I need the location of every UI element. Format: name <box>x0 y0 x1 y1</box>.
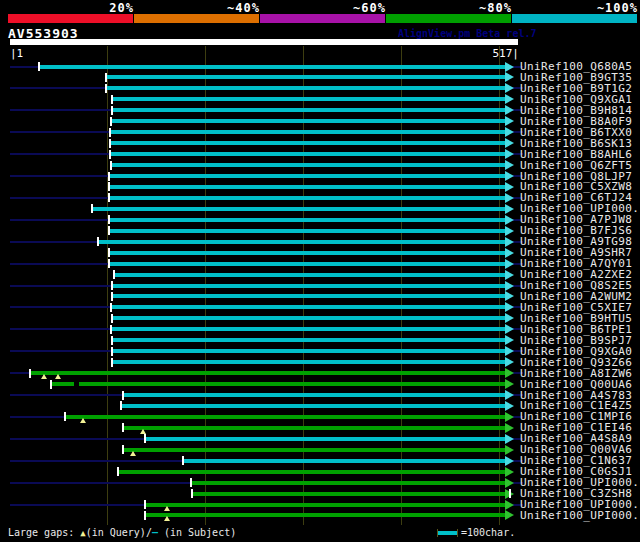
scale-label-20: 20% <box>109 1 134 15</box>
bar-arrowhead-icon <box>505 171 514 181</box>
alignment-start-tick <box>110 117 112 126</box>
hit-label[interactable]: UniRef100_UPI000.. <box>520 510 640 521</box>
bar-arrowhead-icon <box>505 281 514 291</box>
bar-arrowhead-icon <box>505 478 514 488</box>
hit-label[interactable]: UniRef100_B8AHL6 <box>520 149 632 160</box>
alignment-bar[interactable] <box>124 448 505 452</box>
alignment-bar[interactable] <box>113 97 505 101</box>
alignment-bar[interactable] <box>119 470 505 474</box>
bar-arrowhead-icon <box>505 237 514 247</box>
alignment-bar[interactable] <box>111 141 505 145</box>
alignment-bar[interactable] <box>112 163 505 167</box>
alignment-bar[interactable] <box>112 327 505 331</box>
ruler-end-label: 517| <box>493 47 520 60</box>
alignment-bar[interactable] <box>122 404 505 408</box>
alignment-bar[interactable] <box>110 218 505 222</box>
bar-arrowhead-icon <box>505 510 514 520</box>
hit-label[interactable]: UniRef100_Q93Z66 <box>520 357 632 368</box>
scale-segment-2 <box>134 14 259 23</box>
scale-label-60: ~60% <box>353 1 386 15</box>
alignment-start-tick <box>111 314 113 323</box>
alignment-bar[interactable] <box>113 284 505 288</box>
alignment-bar[interactable] <box>110 251 505 255</box>
alignment-bar[interactable] <box>113 349 505 353</box>
alignment-bar[interactable] <box>110 185 505 189</box>
alignment-bar[interactable] <box>107 86 505 90</box>
scale-segment-4 <box>386 14 511 23</box>
query-gap-triangle-icon <box>55 374 61 379</box>
alignment-bar[interactable] <box>111 130 505 134</box>
alignment-start-tick <box>111 292 113 301</box>
alignment-start-tick <box>120 401 122 410</box>
alignment-start-tick <box>108 182 110 191</box>
alignment-start-tick <box>182 456 184 465</box>
alignment-bar[interactable] <box>112 119 505 123</box>
alignment-start-tick <box>108 193 110 202</box>
alignment-start-tick <box>108 215 110 224</box>
ruler-start-label: |1 <box>10 47 23 60</box>
alignment-start-tick <box>122 391 124 400</box>
hit-label[interactable]: UniRef100_B6SK13 <box>520 138 632 149</box>
alignment-end-tick <box>509 489 511 498</box>
bar-arrowhead-icon <box>505 302 514 312</box>
alignment-bar[interactable] <box>113 316 505 320</box>
query-gap-triangle-icon <box>41 374 47 379</box>
hit-label[interactable]: UniRef100_Q00UA6 <box>520 379 632 390</box>
alignment-bar[interactable] <box>193 492 505 496</box>
bar-arrowhead-icon <box>505 116 514 126</box>
bar-arrowhead-icon <box>505 368 514 378</box>
alignment-bar[interactable] <box>31 371 505 375</box>
alignment-bar[interactable] <box>112 305 505 309</box>
alignment-start-tick <box>50 380 52 389</box>
bar-arrowhead-icon <box>505 379 514 389</box>
alignment-bar[interactable] <box>66 415 505 419</box>
alignment-start-tick <box>108 172 110 181</box>
alignment-bar[interactable] <box>107 75 505 79</box>
bar-arrowhead-icon <box>505 434 514 444</box>
alignment-bar[interactable] <box>184 459 505 463</box>
query-gap-triangle-icon <box>164 506 170 511</box>
alignment-bar[interactable] <box>124 393 505 397</box>
bar-arrowhead-icon <box>505 401 514 411</box>
query-gap-triangle-icon <box>164 516 170 521</box>
gap-legend-prefix: Large gaps: <box>8 527 80 538</box>
alignment-start-tick <box>117 467 119 476</box>
alignment-start-tick <box>109 150 111 159</box>
alignment-bar[interactable] <box>110 174 505 178</box>
alignment-bar[interactable] <box>110 262 505 266</box>
alignment-bar[interactable] <box>110 196 505 200</box>
alignment-bar[interactable] <box>113 108 505 112</box>
alignment-bar[interactable] <box>146 513 505 517</box>
alignment-bar[interactable] <box>113 360 505 364</box>
scale-label-40: ~40% <box>227 1 260 15</box>
hit-label[interactable]: UniRef100_A8IZW6 <box>520 368 632 379</box>
bar-arrowhead-icon <box>505 445 514 455</box>
gap-legend-mid: (in Query)/ <box>86 527 152 538</box>
legend-bar-right-tick <box>457 529 458 537</box>
hit-label[interactable]: UniRef100_Q6ZFT5 <box>520 160 632 171</box>
alignment-bar[interactable] <box>113 294 505 298</box>
bar-arrowhead-icon <box>505 182 514 192</box>
alignment-bar[interactable] <box>192 481 505 485</box>
alignment-start-tick <box>190 478 192 487</box>
bar-arrowhead-icon <box>505 412 514 422</box>
alignment-start-tick <box>144 511 146 520</box>
bar-arrowhead-icon <box>505 390 514 400</box>
alignment-start-tick <box>111 347 113 356</box>
alignment-bar[interactable] <box>52 382 505 386</box>
alignment-start-tick <box>108 259 110 268</box>
alignment-bar[interactable] <box>110 229 505 233</box>
alignment-bar[interactable] <box>146 503 505 507</box>
alignment-bar[interactable] <box>146 437 505 441</box>
alignment-bar[interactable] <box>99 240 505 244</box>
alignment-bar[interactable] <box>111 152 505 156</box>
alignment-bar[interactable] <box>113 338 505 342</box>
alignment-bar[interactable] <box>115 273 505 277</box>
bar-arrowhead-icon <box>505 248 514 258</box>
alignment-bar[interactable] <box>124 426 505 430</box>
bar-arrowhead-icon <box>505 467 514 477</box>
alignment-bar[interactable] <box>93 207 505 211</box>
bar-arrowhead-icon <box>505 313 514 323</box>
alignment-bar[interactable] <box>40 65 505 69</box>
bar-arrowhead-icon <box>505 149 514 159</box>
